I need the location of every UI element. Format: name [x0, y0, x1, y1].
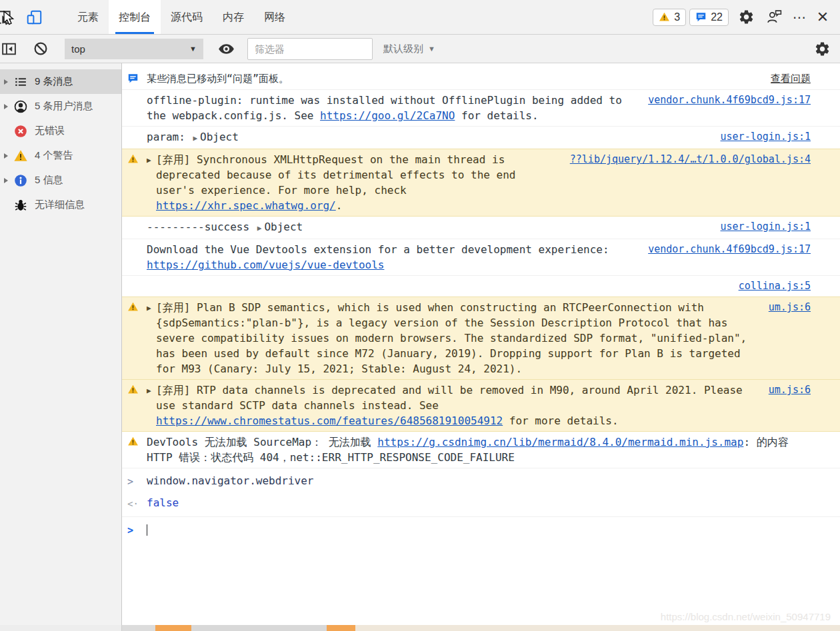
text-cursor: [147, 524, 147, 536]
feedback-button[interactable]: [764, 7, 784, 27]
bottom-strip: [0, 625, 840, 631]
hide-console-sidebar-button[interactable]: [0, 39, 19, 59]
inline-link[interactable]: https://xhr.spec.whatwg.org/: [156, 199, 336, 212]
source-location-link[interactable]: um.js:6: [769, 300, 811, 315]
tab-elements[interactable]: 元素: [67, 0, 109, 34]
level-value: 默认级别: [383, 43, 423, 55]
log-text: Download the Vue Devtools extension for …: [147, 243, 609, 256]
sidebar-item-label: 9 条消息: [35, 75, 73, 88]
command-text: window.navigator.webdriver: [147, 473, 811, 488]
gear-icon: [814, 41, 831, 57]
warning-expand-caret[interactable]: ▶: [147, 153, 151, 168]
tab-console[interactable]: 控制台: [109, 0, 161, 34]
warning-expand-caret[interactable]: ▶: [147, 301, 151, 316]
log-message-param-object: param: ▶Object user-login.js:1: [122, 127, 840, 149]
deprecation-tag: [弃用]: [156, 301, 190, 314]
console-log-area[interactable]: 某些消息已移动到“问题”面板。 查看问题 offline-plugin: run…: [122, 63, 840, 625]
source-location-link[interactable]: um.js:6: [769, 382, 811, 398]
expand-arrow-icon[interactable]: [0, 153, 11, 159]
source-location-link[interactable]: ??lib/jquery/1.12.4/…t/1.0.0/global.js:4: [570, 152, 811, 167]
tab-sources[interactable]: 源代码: [161, 0, 213, 34]
warning-text: Synchronous XMLHttpRequest on the main t…: [156, 153, 515, 197]
more-options-button[interactable]: ⋯: [788, 9, 811, 25]
live-expression-button[interactable]: [216, 39, 236, 59]
console-prompt-row[interactable]: >: [122, 517, 840, 541]
warning-text: RTP data channels is deprecated and will…: [156, 384, 743, 412]
warning-triangle-icon: [127, 434, 147, 447]
context-value: top: [71, 43, 85, 55]
log-message-offline-plugin: offline-plugin: runtime was installed wi…: [122, 90, 840, 127]
message-count: 22: [711, 11, 723, 23]
devtools-tabbar: 元素 控制台 源代码 内存 网络 3 22 ⋯ ✕: [0, 0, 840, 35]
strip-segment: [355, 625, 840, 631]
expand-arrow-icon[interactable]: [0, 79, 11, 85]
warning-text: .: [336, 199, 343, 212]
source-location-link[interactable]: vendor.chunk.4f69bcd9.js:17: [648, 242, 811, 257]
strip-segment-orange: [155, 625, 191, 631]
sidebar-item-verbose[interactable]: 无详细信息: [0, 193, 121, 217]
console-toolbar: top ▼ 默认级别 ▼: [0, 35, 840, 63]
message-list-icon: [13, 75, 28, 89]
warning-text: Plan B SDP semantics, which is used when…: [156, 301, 747, 375]
sidebar-item-warnings[interactable]: 4 个警告: [0, 143, 121, 168]
object-expand-caret[interactable]: ▶: [257, 224, 262, 233]
log-text: param:: [147, 131, 191, 143]
warning-text: for more details.: [503, 414, 618, 427]
filter-input[interactable]: [247, 38, 373, 60]
warning-message-sourcemap: DevTools 无法加载 SourceMap： 无法加载 https://g.…: [122, 432, 840, 468]
messages-badge[interactable]: 22: [689, 9, 729, 26]
source-location-link[interactable]: vendor.chunk.4f69bcd9.js:17: [648, 93, 811, 108]
csdn-watermark: https://blog.csdn.net/weixin_50947719: [661, 611, 831, 622]
sidebar-item-label: 5 条用户消息: [35, 100, 93, 113]
sidebar-item-user-messages[interactable]: 5 条用户消息: [0, 94, 121, 119]
source-location-link[interactable]: user-login.js:1: [721, 219, 811, 235]
expand-arrow-icon[interactable]: [0, 104, 11, 109]
source-location-link[interactable]: user-login.js:1: [721, 129, 811, 145]
strip-segment: [0, 625, 122, 631]
javascript-context-select[interactable]: top ▼: [65, 39, 203, 59]
close-devtools-button[interactable]: ✕: [811, 9, 835, 26]
log-gutter: [127, 129, 147, 131]
chevron-down-icon: ▼: [428, 45, 435, 53]
tab-network[interactable]: 网络: [254, 0, 295, 34]
clear-console-button[interactable]: [31, 39, 51, 59]
sidebar-item-errors[interactable]: 无错误: [0, 119, 121, 143]
warning-text: DevTools 无法加载 SourceMap： 无法加载: [147, 436, 377, 448]
strip-segment-orange: [327, 625, 355, 631]
tab-memory[interactable]: 内存: [213, 0, 254, 34]
console-command-row[interactable]: > window.navigator.webdriver: [122, 468, 840, 492]
console-settings-button[interactable]: [812, 39, 832, 59]
sidebar-item-info[interactable]: 5 信息: [0, 168, 121, 193]
view-issues-link[interactable]: 查看问题: [759, 71, 811, 87]
settings-button[interactable]: [736, 7, 756, 27]
warning-triangle-icon: [127, 382, 147, 395]
object-preview[interactable]: Object: [200, 131, 239, 143]
console-input[interactable]: [147, 522, 811, 537]
source-location-link[interactable]: collina.js:5: [739, 279, 811, 294]
inline-link[interactable]: https://www.chromestatus.com/features/64…: [156, 414, 503, 427]
inline-link[interactable]: https://g.csdnimg.cn/lib/mermaid/8.4.0/m…: [377, 436, 743, 448]
expand-arrow-icon[interactable]: [0, 178, 11, 183]
eye-icon: [218, 41, 235, 57]
log-message-success-object: ---------success ▶Object user-login.js:1: [122, 217, 840, 239]
dock-sidebar-icon: [1, 41, 17, 57]
toggle-device-toolbar-button[interactable]: [25, 7, 45, 27]
log-level-select[interactable]: 默认级别 ▼: [383, 43, 435, 55]
user-icon: [13, 99, 28, 114]
sidebar-item-all-messages[interactable]: 9 条消息: [0, 69, 121, 94]
sidebar-item-label: 无错误: [35, 125, 65, 137]
banner-text: 某些消息已移动到“问题”面板。: [147, 71, 759, 87]
bug-icon: [13, 198, 28, 213]
sidebar-item-label: 5 信息: [35, 174, 63, 187]
object-preview[interactable]: Object: [264, 221, 303, 233]
log-gutter: [127, 93, 147, 94]
issues-warning-badge[interactable]: 3: [653, 9, 686, 26]
object-expand-caret[interactable]: ▶: [193, 134, 197, 143]
console-main: 9 条消息 5 条用户消息 无错误 4 个警告 5 信息: [0, 63, 840, 625]
inline-link[interactable]: https://github.com/vuejs/vue-devtools: [147, 257, 384, 273]
console-sidebar: 9 条消息 5 条用户消息 无错误 4 个警告 5 信息: [0, 63, 122, 625]
warning-expand-caret[interactable]: ▶: [147, 383, 151, 398]
log-text: ---------success: [147, 221, 256, 233]
inline-link[interactable]: https://goo.gl/2Ca7NO: [320, 109, 455, 122]
strip-segment: [122, 625, 155, 631]
